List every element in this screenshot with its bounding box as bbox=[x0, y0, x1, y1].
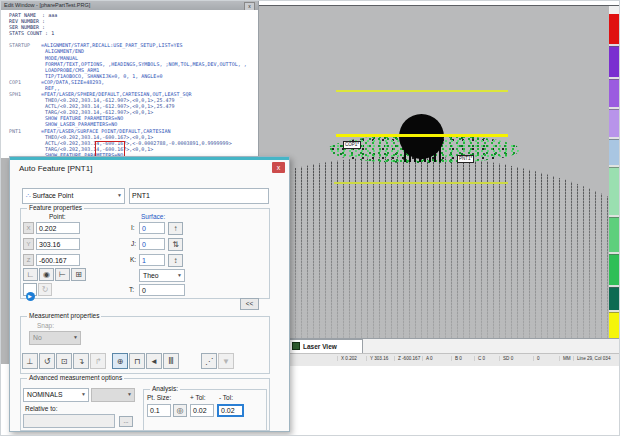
find-nominals-icon: ◉ bbox=[43, 270, 50, 279]
chevron-down-icon: ▼ bbox=[81, 388, 86, 400]
point-size-zoom-button[interactable]: ◎ bbox=[173, 404, 187, 417]
colorbar-segment bbox=[609, 252, 620, 285]
t-label: T: bbox=[129, 286, 134, 293]
path-down-button[interactable]: ↴ bbox=[73, 353, 89, 369]
minus-tol-input[interactable]: 0.02 bbox=[217, 404, 244, 417]
find-nominals-button[interactable]: ◉ bbox=[39, 268, 54, 281]
j-label: J: bbox=[131, 240, 136, 247]
crosshair-target-icon: ⊕ bbox=[117, 357, 124, 366]
feature-type-dropdown[interactable]: ∴Surface Point ▼ bbox=[22, 188, 125, 204]
scan-lines-button[interactable]: Ⅲ bbox=[163, 353, 179, 369]
colorbar-segment bbox=[609, 77, 620, 107]
status-item: Line 29, Col 034 bbox=[573, 356, 610, 361]
j-value-input[interactable]: 0 bbox=[139, 238, 165, 250]
flat-point-button[interactable]: ⊓ bbox=[129, 353, 145, 369]
grid-icon: ⊞ bbox=[75, 270, 82, 279]
chevron-down-icon: ▼ bbox=[117, 188, 122, 202]
dialog-close-icon[interactable]: x bbox=[272, 162, 285, 173]
advanced-options-label: Advanced measurement options bbox=[27, 374, 124, 381]
dialog-title: Auto Feature [PNT1] bbox=[19, 164, 92, 173]
snap-dropdown[interactable]: No ▼ bbox=[29, 331, 81, 345]
status-item: Z -600.167 bbox=[394, 356, 420, 361]
code-text: TARG/<0.202,303.14,-612.907>,<0,0,1> bbox=[45, 109, 153, 115]
surface-label: Surface: bbox=[141, 213, 165, 220]
colorbar-segment bbox=[609, 6, 620, 14]
minus-tol-label: - Tol: bbox=[219, 394, 233, 401]
pt-size-label: Pt. Size: bbox=[147, 394, 171, 401]
code-feature-label: PNT1 bbox=[9, 128, 21, 134]
rotate-button[interactable]: ↺ bbox=[39, 353, 55, 369]
laser-scanline-top bbox=[336, 90, 508, 92]
grid-button[interactable]: ⊞ bbox=[71, 268, 86, 281]
probe-depth-icon: ⊥ bbox=[27, 357, 34, 366]
analysis-group: Analysis: Pt. Size: + Tol: - Tol: 0.1 ◎ … bbox=[143, 389, 267, 431]
status-item: A 0 bbox=[422, 356, 433, 361]
code-text: FORMAT/TEXT,OPTIONS, ,HEADINGS,SYMBOLS, … bbox=[45, 61, 247, 67]
colorbar-segment bbox=[609, 285, 620, 310]
t-value-input[interactable]: 0 bbox=[139, 284, 185, 296]
feature-name-input[interactable]: PNT1 bbox=[129, 188, 269, 204]
normalize-vector-button[interactable]: ↕ bbox=[168, 254, 183, 267]
laser-view-canvas[interactable]: COP1* PNT1* bbox=[259, 5, 609, 339]
program-code-area[interactable]: PART NAME : aaaREV NUMBER :SER NUMBER :S… bbox=[1, 10, 258, 161]
flat-point-icon: ⊓ bbox=[134, 357, 140, 366]
plus-tol-label: + Tol: bbox=[190, 394, 206, 401]
scan-lines-icon: Ⅲ bbox=[168, 357, 174, 366]
pierce-point-icon: ⋰ bbox=[205, 357, 213, 366]
y-value-input[interactable]: 303.16 bbox=[36, 238, 80, 250]
filter-button[interactable]: ▼ bbox=[218, 353, 234, 369]
pierce-point-button[interactable]: ⋰ bbox=[201, 353, 217, 369]
feature-properties-group: Feature properties Point: X 0.202 Y 303.… bbox=[20, 208, 270, 299]
path-up-icon: ↱ bbox=[95, 357, 102, 366]
probe-depth-button[interactable]: ⊥ bbox=[22, 353, 38, 369]
secondary-mode-dropdown[interactable]: ▼ bbox=[91, 388, 135, 402]
plus-tol-input[interactable]: 0.02 bbox=[190, 404, 214, 417]
nominals-mode-dropdown[interactable]: NOMINALS ▼ bbox=[23, 388, 89, 402]
tab-laser-view[interactable]: Laser View bbox=[287, 339, 363, 354]
swap-vector-button[interactable]: ⇅ bbox=[168, 238, 183, 251]
colorbar-segment bbox=[609, 165, 620, 215]
path-up-button[interactable]: ↱ bbox=[90, 353, 106, 369]
crosshair-target-button[interactable]: ⊕ bbox=[112, 353, 128, 369]
status-item: Y 303.16 bbox=[366, 356, 388, 361]
surface-point-icon: ∴ bbox=[26, 192, 30, 199]
x-axis-button[interactable]: X bbox=[23, 222, 34, 234]
collapse-button[interactable]: << bbox=[240, 298, 259, 310]
point-on-line-button[interactable]: ⊢ bbox=[55, 268, 70, 281]
axes-button[interactable]: ∟ bbox=[23, 268, 38, 281]
z-axis-button[interactable]: Z bbox=[23, 254, 34, 266]
box-select-button[interactable]: ⊡ bbox=[56, 353, 72, 369]
pnt1-feature-label: PNT1* bbox=[457, 155, 474, 163]
view-tabbar: ew Laser View bbox=[259, 338, 620, 354]
colorbar-segment bbox=[609, 107, 620, 137]
rerun-button[interactable]: ↻ bbox=[38, 283, 52, 296]
colorbar-segment bbox=[609, 14, 620, 44]
k-value-input[interactable]: 1 bbox=[139, 254, 165, 266]
cop1-feature-label: COP1* bbox=[343, 141, 361, 149]
colorbar-segment bbox=[609, 44, 620, 77]
code-feature-label: STARTUP bbox=[9, 42, 30, 48]
chevron-down-icon: ▼ bbox=[127, 388, 132, 400]
chevron-down-icon: ▼ bbox=[73, 331, 78, 343]
snap-label: Snap: bbox=[37, 322, 54, 329]
status-item: X 0.202 bbox=[337, 356, 357, 361]
status-item: MM bbox=[559, 356, 571, 361]
pt-size-input[interactable]: 0.1 bbox=[147, 404, 171, 417]
y-axis-button[interactable]: Y bbox=[23, 238, 34, 250]
k-label: K: bbox=[130, 256, 136, 263]
colorbar-segment bbox=[609, 137, 620, 165]
relative-to-input[interactable] bbox=[23, 414, 115, 428]
edit-window-titlebar[interactable]: Edit Window - [pharePartTest.PRG] bbox=[1, 1, 258, 10]
pcdmis-screen: Edit Window - [pharePartTest.PRG] x PART… bbox=[0, 0, 620, 436]
i-label: I: bbox=[131, 224, 135, 231]
x-value-input[interactable]: 0.202 bbox=[36, 222, 80, 234]
test-button[interactable]: ▶ bbox=[23, 283, 37, 296]
z-value-input[interactable]: -600.167 bbox=[36, 254, 80, 266]
flip-vector-button[interactable]: ↑ bbox=[168, 222, 183, 235]
i-value-input[interactable]: 0 bbox=[139, 222, 165, 234]
browse-button[interactable]: ... bbox=[119, 416, 133, 427]
vector-mode-dropdown[interactable]: Theo ▼ bbox=[139, 269, 185, 282]
path-down-icon: ↴ bbox=[78, 357, 85, 366]
edge-point-button[interactable]: ◄ bbox=[146, 353, 162, 369]
point-on-line-icon: ⊢ bbox=[59, 270, 66, 279]
